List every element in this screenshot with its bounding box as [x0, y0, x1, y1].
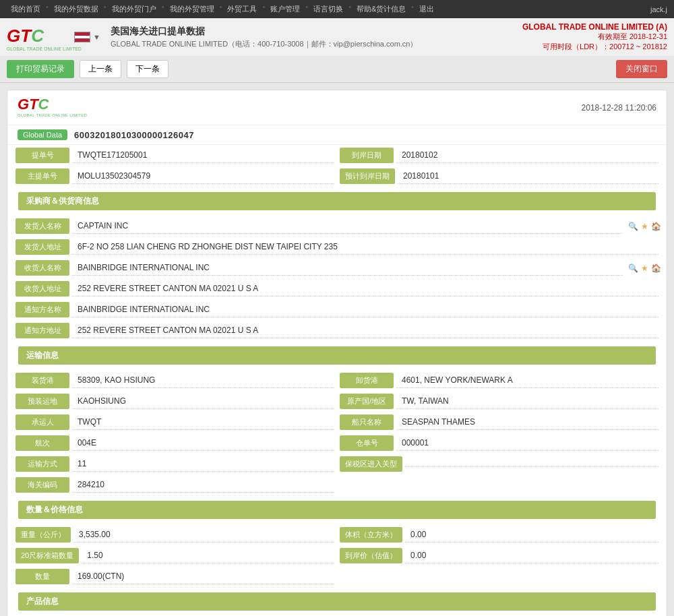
record-datetime: 2018-12-28 11:20:06 — [582, 103, 656, 113]
shipper-icons: 🔍 ★ 🏠 — [628, 222, 661, 231]
print-button[interactable]: 打印贸易记录 — [7, 60, 74, 78]
shipper-home-icon[interactable]: 🏠 — [651, 222, 661, 231]
notify-name-field: 通知方名称 BAINBRIDGE INTERNATIONAL INC — [13, 299, 661, 320]
consignee-home-icon[interactable]: 🏠 — [651, 264, 661, 273]
container-no-label: 仓单号 — [340, 435, 394, 451]
qty-filler — [337, 566, 661, 587]
country-field: 原产国/地区 TW, TAIWAN — [337, 391, 661, 412]
global-data-row: Global Data 60032018010300000126047 — [7, 125, 667, 145]
consignee-name-field: 收货人名称 BAINBRIDGE INTERNATIONAL INC 🔍 ★ 🏠 — [13, 257, 661, 278]
next-button[interactable]: 下一条 — [127, 60, 168, 78]
est-arrival-label: 预计到岸日期 — [340, 168, 395, 184]
transport-row-6: 海关编码 284210 — [13, 474, 661, 495]
company-contact: GLOBAL TRADE ONLINE LIMITED（电话：400-710-3… — [111, 39, 522, 49]
est-arrival-field: 预计到岸日期 20180101 — [337, 166, 661, 187]
bill-fields: 提单号 TWQTE171205001 到岸日期 20180102 主提单号 MO… — [7, 145, 667, 187]
transport-row-5: 运输方式 11 保税区进入关型 — [13, 454, 661, 474]
qty-value: 169.00(CTN) — [72, 569, 334, 584]
shipper-name-label: 发货人名称 — [16, 218, 69, 234]
bill-row-2: 主提单号 MOLU13502304579 预计到岸日期 20180101 — [13, 166, 661, 187]
qty-field: 数量 169.00(CTN) — [13, 566, 337, 587]
teu20-label: 20尺标准箱数量 — [16, 548, 79, 563]
consignee-addr-value: 252 REVERE STREET CANTON MA 02021 U S A — [72, 281, 658, 297]
consignee-search-icon[interactable]: 🔍 — [628, 264, 638, 273]
nav-logout[interactable]: 退出 — [415, 3, 438, 16]
carrier-value: TWQT — [72, 414, 334, 430]
notify-name-label: 通知方名称 — [16, 302, 69, 317]
qty-label: 数量 — [16, 569, 69, 584]
account-ldr: 可用时段（LDR）：200712 ~ 201812 — [522, 42, 667, 52]
product-section: 产品信息 集装箱编号 MOTU0667636（CN / L / CY） 集装箱尺… — [13, 592, 661, 616]
prev-button[interactable]: 上一条 — [80, 60, 121, 78]
record-card: G T C GLOBAL TRADE ONLINE LIMITED 2018-1… — [7, 90, 667, 616]
notify-addr-row: 通知方地址 252 REVERE STREET CANTON MA 02021 … — [13, 320, 661, 341]
bill-no-label: 提单号 — [16, 148, 69, 163]
nav-trade-manage[interactable]: 我的外贸管理 — [166, 3, 218, 16]
global-data-value: 60032018010300000126047 — [74, 130, 194, 140]
origin-port-field: 装货港 58309, KAO HSIUNG — [13, 370, 337, 391]
bonded-label: 保税区进入关型 — [340, 456, 402, 472]
top-navigation: 我的首页 • 我的外贸数据 • 我的外贸门户 • 我的外贸管理 • 外贸工具 •… — [0, 0, 674, 18]
notify-addr-value: 252 REVERE STREET CANTON MA 02021 U S A — [72, 323, 658, 338]
carrier-label: 承运人 — [16, 414, 69, 430]
customs-code-label: 海关编码 — [16, 477, 69, 493]
notify-name-value: BAINBRIDGE INTERNATIONAL INC — [72, 302, 658, 317]
transport-row-4: 航次 004E 仓单号 000001 — [13, 433, 661, 454]
quantity-row-3: 数量 169.00(CTN) — [13, 566, 661, 587]
transport-row-2: 预装运地 KAOHSIUNG 原产国/地区 TW, TAIWAN — [13, 391, 661, 412]
vessel-field: 船只名称 SEASPAN THAMES — [337, 412, 661, 433]
header-title-area: 美国海关进口提单数据 GLOBAL TRADE ONLINE LIMITED（电… — [100, 26, 522, 49]
voyage-value: 004E — [72, 435, 334, 451]
teu20-value: 1.50 — [82, 548, 334, 563]
bonded-value — [405, 461, 658, 467]
top-toolbar: 打印贸易记录 上一条 下一条 关闭窗口 — [0, 56, 674, 83]
shipper-name-field: 发货人名称 CAPTAIN INC 🔍 ★ 🏠 — [13, 216, 661, 237]
consignee-addr-row: 收货人地址 252 REVERE STREET CANTON MA 02021 … — [13, 278, 661, 299]
card-header: G T C GLOBAL TRADE ONLINE LIMITED 2018-1… — [7, 90, 667, 125]
notify-addr-field: 通知方地址 252 REVERE STREET CANTON MA 02021 … — [13, 320, 661, 341]
quantity-row-2: 20尺标准箱数量 1.50 到岸价（估值） 0.00 — [13, 545, 661, 566]
bill-row-1: 提单号 TWQTE171205001 到岸日期 20180102 — [13, 145, 661, 166]
volume-field: 体积（立方米） 0.00 — [337, 524, 661, 545]
nav-home[interactable]: 我的首页 — [7, 3, 44, 16]
shipper-addr-field: 发货人地址 6F-2 NO 258 LIAN CHENG RD ZHONGHE … — [13, 237, 661, 257]
dest-port-field: 卸货港 4601, NEW YORK/NEWARK A — [337, 370, 661, 391]
unit-price-value: 0.00 — [405, 548, 658, 563]
shipper-search-icon[interactable]: 🔍 — [628, 222, 638, 231]
nav-links: 我的首页 • 我的外贸数据 • 我的外贸门户 • 我的外贸管理 • 外贸工具 •… — [7, 3, 438, 16]
transport-section-header: 运输信息 — [18, 346, 656, 365]
consignee-addr-field: 收货人地址 252 REVERE STREET CANTON MA 02021 … — [13, 278, 661, 299]
container-no-value: 000001 — [396, 435, 658, 451]
consignee-star-icon[interactable]: ★ — [641, 264, 648, 273]
arrival-date-label: 到岸日期 — [340, 148, 394, 163]
country-value: TW, TAIWAN — [396, 394, 658, 409]
bill-no-field: 提单号 TWQTE171205001 — [13, 145, 337, 166]
notify-addr-label: 通知方地址 — [16, 323, 69, 338]
consignee-name-value: BAINBRIDGE INTERNATIONAL INC — [72, 260, 623, 276]
nav-help[interactable]: 帮助&货计信息 — [353, 3, 410, 16]
transport-row-3: 承运人 TWQT 船只名称 SEASPAN THAMES — [13, 412, 661, 433]
volume-value: 0.00 — [405, 527, 658, 543]
logo-area: G T C GLOBAL TRADE ONLINE LIMITED ▼ — [7, 26, 100, 49]
shipper-star-icon[interactable]: ★ — [641, 222, 648, 231]
unit-price-field: 到岸价（估值） 0.00 — [337, 545, 661, 566]
teu20-field: 20尺标准箱数量 1.50 — [13, 545, 337, 566]
nav-trade-data[interactable]: 我的外贸数据 — [50, 3, 102, 16]
close-button[interactable]: 关闭窗口 — [616, 60, 667, 78]
master-bill-label: 主提单号 — [16, 168, 69, 184]
quantity-row-1: 重量（公斤） 3,535.00 体积（立方米） 0.00 — [13, 524, 661, 545]
nav-account[interactable]: 账户管理 — [266, 3, 304, 16]
weight-value: 3,535.00 — [73, 527, 334, 543]
bill-no-value: TWQTE171205001 — [72, 148, 334, 163]
weight-field: 重量（公斤） 3,535.00 — [13, 524, 337, 545]
consignee-addr-label: 收货人地址 — [16, 281, 69, 297]
shipper-name-row: 发货人名称 CAPTAIN INC 🔍 ★ 🏠 — [13, 216, 661, 237]
quantity-section-header: 数量＆价格信息 — [18, 501, 656, 519]
nav-language[interactable]: 语言切换 — [309, 3, 347, 16]
shipper-addr-value: 6F-2 NO 258 LIAN CHENG RD ZHONGHE DIST N… — [72, 239, 658, 255]
notify-name-row: 通知方名称 BAINBRIDGE INTERNATIONAL INC — [13, 299, 661, 320]
origin-port-label: 装货港 — [16, 373, 69, 388]
nav-trade-portal[interactable]: 我的外贸门户 — [108, 3, 160, 16]
account-expiry: 有效期至 2018-12-31 — [522, 32, 667, 42]
nav-tools[interactable]: 外贸工具 — [223, 3, 261, 16]
